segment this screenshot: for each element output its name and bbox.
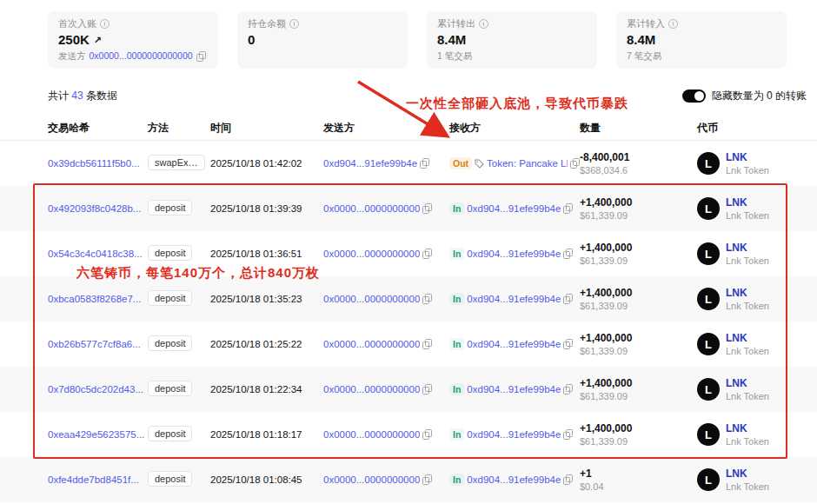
toggle-knob: [694, 91, 704, 101]
copy-icon[interactable]: [422, 249, 432, 259]
token-symbol[interactable]: LNK: [726, 242, 769, 254]
table-header-row: 交易哈希 方法 时间 发送方 接收方 数量 代币: [0, 116, 817, 141]
method-badge: deposit: [148, 426, 192, 441]
amount-value: +1,400,000: [580, 196, 697, 209]
from-address-link[interactable]: 0x0000...0000000000: [323, 339, 420, 349]
tx-time: 2025/10/18 01:42:02: [210, 158, 323, 169]
external-link-icon[interactable]: ↗: [94, 32, 102, 48]
token-name: Lnk Token: [726, 435, 769, 448]
amount-value: +1,400,000: [580, 287, 697, 299]
stat-card-total-out: 累计转出 i 8.4M 1 笔交易: [427, 11, 597, 69]
copy-icon[interactable]: [563, 294, 573, 304]
header-method[interactable]: 方法: [148, 121, 210, 136]
copy-icon[interactable]: [563, 203, 573, 214]
method-badge: deposit: [148, 471, 192, 487]
copy-icon[interactable]: [422, 474, 432, 485]
token-symbol[interactable]: LNK: [726, 377, 769, 389]
to-address-link[interactable]: 0xd904...91efe99b4e: [467, 294, 561, 304]
tx-time: 2025/10/18 01:36:51: [210, 249, 323, 259]
from-address-link[interactable]: 0x0000...0000000000: [323, 429, 420, 440]
copy-icon[interactable]: [422, 384, 432, 395]
token-symbol[interactable]: LNK: [726, 196, 769, 209]
records-count-number: 43: [71, 90, 83, 102]
header-amount[interactable]: 数量: [580, 121, 697, 136]
copy-icon[interactable]: [422, 203, 432, 214]
hide-zero-toggle[interactable]: 隐藏数量为 0 的转账: [682, 89, 807, 103]
tx-hash-link[interactable]: 0xfe4dde7bd8451f...: [48, 474, 139, 485]
to-address-link[interactable]: 0xd904...91efe99b4e: [467, 249, 561, 259]
copy-icon[interactable]: [563, 384, 573, 395]
to-address-link[interactable]: 0xd904...91efe99b4e: [467, 384, 561, 395]
copy-icon[interactable]: [563, 249, 573, 259]
from-address-link[interactable]: 0x0000...0000000000: [323, 384, 420, 395]
to-address-link[interactable]: 0xd904...91efe99b4e: [467, 339, 561, 349]
stat-value-total-out: 8.4M: [437, 32, 466, 48]
to-address-link[interactable]: 0xd904...91efe99b4e: [467, 474, 561, 485]
sender-address-link[interactable]: 0x0000...0000000000000: [90, 50, 193, 62]
copy-icon[interactable]: [563, 429, 573, 440]
copy-icon[interactable]: [420, 158, 429, 169]
header-time[interactable]: 时间: [210, 121, 323, 136]
table-body: 0x39dcb56111f5b0... swapExact... 2025/10…: [0, 141, 817, 502]
from-address-link[interactable]: 0x0000...0000000000: [323, 203, 420, 214]
token-symbol[interactable]: LNK: [726, 332, 769, 344]
copy-icon[interactable]: [422, 429, 432, 440]
toggle-switch[interactable]: [682, 90, 706, 103]
amount-usd: $61,339.09: [580, 436, 697, 447]
token-symbol[interactable]: LNK: [726, 422, 769, 434]
copy-icon[interactable]: [570, 158, 580, 169]
tx-time: 2025/10/18 01:18:17: [210, 429, 323, 440]
table-row: 0xb26b577c7cf8a6... deposit 2025/10/18 0…: [0, 322, 817, 367]
table-row: 0xfe4dde7bd8451f... deposit 2025/10/18 0…: [0, 457, 817, 502]
stat-card-first-deposit: 首次入账 i 250K ↗ 发送方 0x0000...0000000000000: [48, 11, 218, 69]
info-icon[interactable]: i: [100, 19, 110, 29]
from-address-link[interactable]: 0xd904...91efe99b4e: [323, 158, 417, 169]
token-logo: L: [697, 197, 720, 220]
info-icon[interactable]: i: [289, 19, 299, 29]
tx-hash-link[interactable]: 0x54c3c4c0418c38...: [48, 249, 143, 259]
tx-hash-link[interactable]: 0x492093f8c0428b...: [48, 203, 141, 214]
tx-hash-link[interactable]: 0xbca0583f8268e7...: [48, 294, 141, 304]
stat-sub-total-out: 1 笔交易: [437, 50, 472, 62]
stat-value-first-deposit: 250K: [58, 32, 90, 48]
token-symbol[interactable]: LNK: [726, 287, 769, 299]
tx-hash-link[interactable]: 0xb26b577c7cf8a6...: [48, 339, 141, 349]
tx-time: 2025/10/18 01:35:23: [210, 294, 323, 304]
from-address-link[interactable]: 0x0000...0000000000: [323, 294, 420, 304]
header-token[interactable]: 代币: [697, 121, 787, 136]
header-to[interactable]: 接收方: [449, 121, 580, 136]
method-badge: deposit: [148, 200, 192, 216]
stat-label-total-in: 累计转入: [627, 18, 665, 30]
token-symbol[interactable]: LNK: [726, 151, 769, 163]
toggle-label: 隐藏数量为 0 的转账: [712, 89, 807, 103]
copy-icon[interactable]: [563, 339, 573, 349]
from-address-link[interactable]: 0x0000...0000000000: [323, 474, 420, 485]
copy-icon[interactable]: [422, 339, 432, 349]
info-icon[interactable]: i: [479, 19, 488, 29]
direction-badge: In: [449, 248, 464, 260]
to-address-link[interactable]: 0xd904...91efe99b4e: [467, 203, 561, 214]
header-from[interactable]: 发送方: [323, 121, 449, 136]
copy-icon[interactable]: [563, 474, 573, 485]
tx-hash-link[interactable]: 0x39dcb56111f5b0...: [48, 158, 140, 169]
amount-value: +1: [580, 468, 697, 480]
copy-icon[interactable]: [196, 51, 206, 62]
list-bar: 共计 43 条数据 隐藏数量为 0 的转账: [48, 89, 807, 103]
amount-usd: $368,034.6: [580, 165, 697, 176]
header-tx-hash[interactable]: 交易哈希: [48, 121, 148, 136]
token-symbol[interactable]: LNK: [726, 468, 769, 480]
to-address-link[interactable]: Token: Pancake LPs: [487, 158, 568, 169]
to-address-link[interactable]: 0xd904...91efe99b4e: [467, 429, 561, 440]
info-icon[interactable]: i: [668, 19, 678, 29]
records-count: 共计 43 条数据: [48, 89, 117, 103]
tx-hash-link[interactable]: 0x7d80c5dc202d43...: [48, 384, 143, 395]
direction-badge: In: [449, 474, 464, 486]
copy-icon[interactable]: [422, 294, 432, 304]
amount-value: +1,400,000: [580, 332, 697, 344]
token-name: Lnk Token: [726, 481, 769, 493]
from-address-link[interactable]: 0x0000...0000000000: [323, 249, 420, 259]
table-row: 0xbca0583f8268e7... deposit 2025/10/18 0…: [0, 276, 817, 322]
token-logo: L: [697, 378, 720, 401]
tx-hash-link[interactable]: 0xeaa429e5623575...: [48, 429, 144, 440]
stat-label-balance: 持仓余额: [248, 18, 286, 30]
